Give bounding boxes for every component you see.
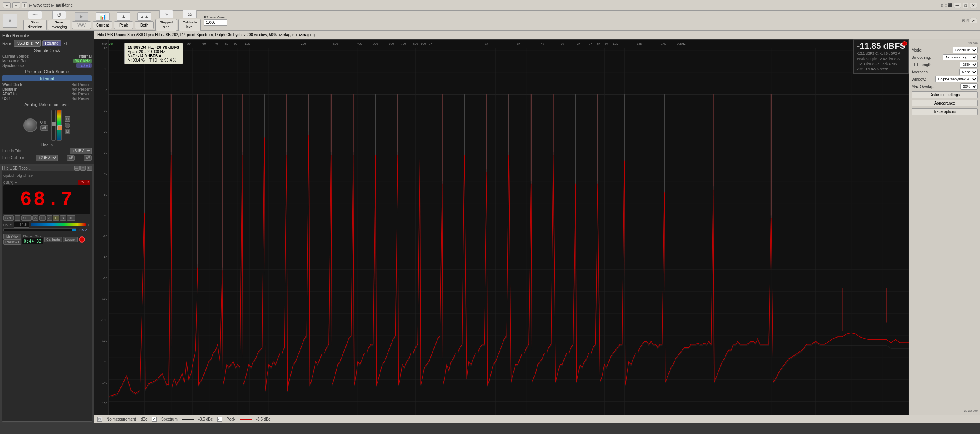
averages-select[interactable]: None 4 8 bbox=[959, 69, 978, 75]
hp-btn[interactable]: HP bbox=[67, 215, 76, 221]
word-clock-status: Not Present bbox=[71, 83, 92, 87]
show-distortion-btn[interactable]: Show distortion bbox=[23, 20, 47, 30]
routing-btn[interactable]: Routing bbox=[42, 40, 61, 46]
trace-options-btn[interactable]: Trace options bbox=[912, 108, 978, 115]
f-btn[interactable]: F bbox=[53, 215, 59, 221]
x-label-80: 80 bbox=[225, 42, 228, 45]
mode-select[interactable]: Spectrum RTA bbox=[953, 47, 978, 53]
both-btn[interactable]: Both bbox=[135, 21, 154, 29]
rate-select[interactable]: 96.0 kHz 44.1 kHz 48.0 kHz bbox=[14, 40, 41, 47]
wav-icon: ▶ bbox=[80, 14, 83, 18]
s-btn[interactable]: S bbox=[60, 215, 66, 221]
spl-buttons: SPL L SEL A C Z F S HP bbox=[3, 215, 90, 221]
in-label: In bbox=[87, 223, 90, 227]
x-label-700: 700 bbox=[401, 42, 406, 45]
line-out-trim-label: Line Out Trim: bbox=[2, 156, 27, 160]
corner-tr: 10 200 bbox=[968, 42, 978, 45]
breadcrumb-separator2: ▶ bbox=[51, 3, 54, 7]
sel-btn[interactable]: SEL bbox=[21, 215, 32, 221]
record-dot[interactable] bbox=[79, 236, 85, 243]
optical-label: Optical bbox=[3, 174, 14, 178]
reset-averaging-btn[interactable]: Reset averaging bbox=[48, 20, 70, 30]
fader-track-2[interactable] bbox=[57, 110, 62, 141]
y-label-n100: -100 bbox=[94, 280, 108, 301]
volume-knob[interactable] bbox=[23, 118, 37, 132]
m-btn-1[interactable]: M bbox=[65, 116, 71, 122]
fft-select[interactable]: 256k 128k 64k bbox=[960, 62, 978, 68]
max-overlap-select[interactable]: 50% 75% bbox=[960, 83, 978, 90]
y-label-n80: -80 bbox=[94, 238, 108, 259]
y-label-n90: -90 bbox=[94, 259, 108, 280]
line-in-trim-select[interactable]: +6dBV +4dBu bbox=[70, 148, 92, 154]
line-out-trim-select[interactable]: +2dBV bbox=[36, 155, 58, 161]
x-label-9k: 9k bbox=[605, 42, 608, 45]
legend-dbc: dBc bbox=[141, 417, 147, 421]
peak-btn[interactable]: Peak bbox=[114, 21, 133, 29]
x-label-60: 60 bbox=[202, 42, 206, 45]
x-label-1k: 1k bbox=[429, 42, 432, 45]
line-in-display: Line In bbox=[2, 143, 92, 147]
x-label-20: 20 bbox=[109, 42, 113, 46]
x-label-30: 30 bbox=[145, 42, 148, 45]
calibrate-btn[interactable]: Calibrate level bbox=[178, 19, 201, 31]
internal-btn[interactable]: Internal bbox=[2, 75, 92, 81]
legend-checkbox-2[interactable]: ✓ bbox=[152, 417, 157, 422]
digital-in-status: Not Present bbox=[71, 87, 92, 91]
fader-thumb-1[interactable] bbox=[52, 122, 56, 126]
window-maximize[interactable]: □ bbox=[963, 3, 968, 8]
off-btn-1[interactable]: off bbox=[40, 125, 48, 131]
l-btn[interactable]: L bbox=[15, 215, 20, 221]
y-label-n110: -110 bbox=[94, 301, 108, 321]
legend-checkbox-3[interactable]: ✓ bbox=[217, 417, 222, 422]
wav-btn[interactable]: WAV bbox=[72, 21, 91, 29]
usb-status: Not Present bbox=[71, 96, 92, 101]
current-icon: 📊 bbox=[99, 13, 106, 20]
stepped-sine-btn[interactable]: Stepped sine bbox=[155, 19, 177, 31]
x-label-70: 70 bbox=[215, 42, 218, 45]
window-minimize[interactable]: — bbox=[954, 3, 961, 8]
peak-icon: ▲ bbox=[121, 13, 126, 20]
nav-back-btn[interactable]: ← bbox=[3, 2, 11, 8]
spl-btn[interactable]: SPL bbox=[3, 215, 14, 221]
calibrate-icon: ⚖ bbox=[188, 12, 192, 17]
current-btn[interactable]: Current bbox=[93, 21, 112, 29]
fader-thumb-2[interactable] bbox=[57, 125, 62, 130]
m-btn-2[interactable]: M bbox=[65, 129, 71, 134]
show-distortion-icon: 〜 bbox=[32, 12, 38, 18]
minmax-btn[interactable]: MinMax bbox=[3, 234, 21, 239]
a-btn[interactable]: A bbox=[32, 215, 38, 221]
calibrate-logger-btn[interactable]: Calibrate bbox=[44, 237, 62, 242]
sample-clock-title: Sample Clock bbox=[2, 48, 92, 53]
c-btn[interactable]: C bbox=[39, 215, 46, 221]
x-label-50: 50 bbox=[187, 42, 191, 45]
z-btn[interactable]: Z bbox=[47, 215, 53, 221]
nav-forward-btn[interactable]: → bbox=[12, 2, 20, 8]
fs-sine-input[interactable] bbox=[204, 19, 227, 26]
sub-window-minimize[interactable]: — bbox=[74, 166, 80, 171]
reset-all-btn[interactable]: Reset All bbox=[3, 239, 21, 245]
expand-btn[interactable]: ⤢ bbox=[970, 18, 977, 23]
circle-btn[interactable] bbox=[65, 123, 70, 128]
word-clock-label: Word Clock bbox=[2, 83, 22, 87]
peak-legend-value: -3.5 dBc bbox=[256, 417, 270, 421]
off-btn-2[interactable]: off bbox=[67, 155, 75, 161]
nav-up-btn[interactable]: ↑ bbox=[22, 2, 27, 8]
window-close[interactable]: ✕ bbox=[970, 3, 977, 8]
appearance-btn[interactable]: Appearance bbox=[912, 100, 978, 106]
smoothing-select[interactable]: No smoothing 1/3 octave bbox=[943, 54, 978, 60]
logger-btn[interactable]: Logger bbox=[63, 237, 78, 242]
spectrum-svg[interactable] bbox=[109, 39, 909, 415]
window-select[interactable]: Dolph-Chebyshev 200 Hann Flat top bbox=[935, 76, 978, 82]
fader-track-1[interactable] bbox=[51, 110, 56, 141]
off-btn-3[interactable]: off bbox=[84, 155, 92, 161]
no-measurement-label: No measurement bbox=[107, 417, 136, 421]
window-label: Window: bbox=[912, 77, 926, 81]
legend-checkbox-1[interactable]: □ bbox=[97, 417, 102, 422]
sub-window-maximize[interactable]: □ bbox=[80, 166, 86, 171]
sub-window-close[interactable]: ✕ bbox=[87, 166, 92, 171]
over-badge: OVER bbox=[78, 180, 90, 185]
x-label-17k: 17k bbox=[661, 42, 666, 45]
spectrum-title-bar: Hilo USB Record 3 on ASIO Lynx Hilo USB … bbox=[94, 31, 980, 39]
chart-area[interactable]: 15,887.34 Hz, -26.76 dBFS Span: 20 .. 20… bbox=[109, 39, 909, 415]
distortion-settings-btn[interactable]: Distortion settings bbox=[912, 91, 978, 98]
